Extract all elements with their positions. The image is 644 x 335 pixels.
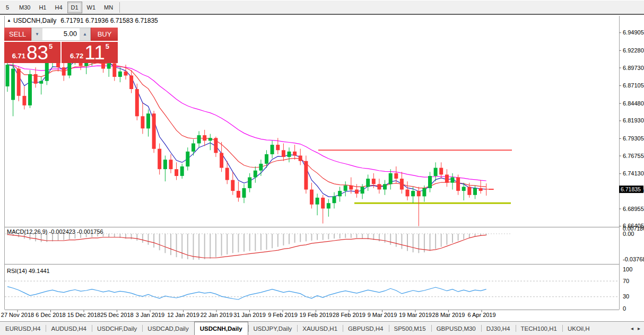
timeframe-button-d1[interactable]: D1 <box>67 2 82 13</box>
macd-panel <box>5 234 512 260</box>
tab-gbpusd-h4[interactable]: GBPUSD,H4 <box>343 322 388 335</box>
sell-price-sup: 5 <box>49 42 53 50</box>
tab-usdjpy-daily[interactable]: USDJPY,Daily <box>248 322 298 335</box>
svg-text:27 Nov 2018: 27 Nov 2018 <box>1 312 34 318</box>
rsi-name: RSI(14) <box>7 268 27 274</box>
timeframe-button-h4[interactable]: H4 <box>51 2 66 13</box>
svg-text:6.74130: 6.74130 <box>623 170 644 177</box>
tab-sp500-m15[interactable]: SP500,M15 <box>389 322 431 335</box>
svg-text:12 Jan 2019: 12 Jan 2019 <box>167 312 199 318</box>
svg-text:0: 0 <box>623 305 626 312</box>
tab-gbpusd-m30[interactable]: GBPUSD,M30 <box>431 322 481 335</box>
svg-text:31 Jan 2019: 31 Jan 2019 <box>233 312 266 318</box>
svg-text:28 Mar 2019: 28 Mar 2019 <box>432 312 465 318</box>
svg-text:9 Feb 2019: 9 Feb 2019 <box>268 312 298 318</box>
symbol-tabbar: EURUSD,H4AUDUSD,H4USDCHF,DailyUSDCAD,Dai… <box>0 321 644 335</box>
tabs-scroll-left-icon[interactable]: ◂ <box>629 325 636 331</box>
tab-audusd-h4[interactable]: AUDUSD,H4 <box>46 322 91 335</box>
sell-price-prefix: 6.71 <box>12 52 25 60</box>
tab-dj30-h4[interactable]: DJ30,H4 <box>481 322 516 335</box>
toolbar-separator <box>119 2 120 13</box>
buy-price-big: 11 <box>84 44 105 62</box>
timeframe-button-mn[interactable]: MN <box>100 2 117 13</box>
tab-tech100-h1[interactable]: TECH100,H1 <box>516 322 562 335</box>
svg-text:100: 100 <box>623 266 632 272</box>
svg-text:22 Jan 2019: 22 Jan 2019 <box>201 312 233 318</box>
ma-fast-line <box>7 58 486 197</box>
macd-signal-line <box>7 234 486 258</box>
svg-text:19 Mar 2019: 19 Mar 2019 <box>399 312 432 318</box>
timeframe-toolbar: 5M30H1H4D1W1MN <box>0 0 644 15</box>
tab-xauusd-h1[interactable]: XAUUSD,H1 <box>297 322 343 335</box>
svg-text:28 Feb 2019: 28 Feb 2019 <box>333 312 365 318</box>
indicator-axes: 0.0071860.00-0.03768810070300 <box>623 225 644 312</box>
tab-ukoil-h[interactable]: UKOil,H <box>562 322 590 335</box>
svg-text:70: 70 <box>623 278 629 284</box>
svg-text:6.84480: 6.84480 <box>623 100 644 107</box>
rsi-indicator-label: RSI(14) 49.1441 <box>7 268 50 274</box>
trading-terminal: 5M30H1H4D1W1MN 6.949056.922806.897306.87… <box>0 0 644 335</box>
tab-eurusd-h4[interactable]: EURUSD,H4 <box>0 322 46 335</box>
svg-text:6 Apr 2019: 6 Apr 2019 <box>467 312 495 318</box>
svg-text:0.00: 0.00 <box>623 231 634 237</box>
tab-usdcnh-daily[interactable]: USDCNH,Daily <box>194 322 248 335</box>
ma-slow-line <box>7 65 486 181</box>
volume-decrease-button[interactable]: ▼ <box>32 28 42 40</box>
svg-text:6.89730: 6.89730 <box>623 65 644 71</box>
chart-symbol-label: USDCNH,Daily <box>13 17 56 24</box>
buy-price-box[interactable]: 6.72 11 5 <box>61 42 118 63</box>
buy-button[interactable]: BUY <box>91 28 118 41</box>
horizontal-level-lines[interactable] <box>318 150 512 203</box>
price-axis: 6.949056.922806.897306.871056.844806.819… <box>619 29 644 229</box>
svg-text:6.79305: 6.79305 <box>623 135 644 142</box>
timeframe-button-m30[interactable]: M30 <box>15 2 34 13</box>
svg-text:3 Jan 2019: 3 Jan 2019 <box>136 312 164 318</box>
svg-text:6.68955: 6.68955 <box>623 206 644 212</box>
chart-window: 6.949056.922806.897306.871056.844806.819… <box>0 15 644 321</box>
svg-text:6.92280: 6.92280 <box>623 47 644 54</box>
volume-input[interactable]: 5.00 <box>42 28 80 40</box>
macd-values: -0.002423 -0.001756 <box>49 228 103 235</box>
tab-usdcad-daily[interactable]: USDCAD,Daily <box>142 322 194 335</box>
buy-price-prefix: 6.72 <box>70 52 83 60</box>
chart-ohlc-values: 6.71791 6.71936 6.71583 6.71835 <box>60 17 158 24</box>
rsi-panel <box>5 281 619 299</box>
rsi-line <box>7 287 486 299</box>
svg-text:6.76755: 6.76755 <box>623 153 644 159</box>
svg-text:6.94905: 6.94905 <box>623 29 644 36</box>
tabs-scroll-right-icon[interactable]: ▸ <box>636 325 642 331</box>
svg-text:9 Mar 2019: 9 Mar 2019 <box>368 312 397 318</box>
svg-text:6.71835: 6.71835 <box>621 186 641 192</box>
chart-header: ▲USDCNH,Daily6.71791 6.71936 6.71583 6.7… <box>7 17 158 24</box>
one-click-trading-panel: SELL ▼ 5.00 ▲ BUY 6.71 83 5 6.72 11 5 <box>4 28 118 63</box>
macd-name: MACD(12,26,9) <box>7 228 47 235</box>
svg-text:15 Dec 2018: 15 Dec 2018 <box>67 312 100 318</box>
svg-text:6 Dec 2018: 6 Dec 2018 <box>36 312 65 318</box>
timeframe-button-h1[interactable]: H1 <box>35 2 50 13</box>
timeframe-button-5[interactable]: 5 <box>1 2 14 13</box>
svg-text:25 Dec 2018: 25 Dec 2018 <box>100 312 133 318</box>
svg-text:19 Feb 2019: 19 Feb 2019 <box>300 312 333 318</box>
sell-button[interactable]: SELL <box>4 28 31 41</box>
collapse-icon[interactable]: ▲ <box>7 18 11 23</box>
sell-price-box[interactable]: 6.71 83 5 <box>4 42 61 63</box>
svg-text:-0.037688: -0.037688 <box>623 256 644 262</box>
svg-text:30: 30 <box>623 293 629 299</box>
timeframe-button-w1[interactable]: W1 <box>83 2 100 13</box>
svg-text:6.81930: 6.81930 <box>623 117 644 124</box>
buy-price-sup: 5 <box>106 42 109 50</box>
ma-mid-line <box>7 63 486 188</box>
moving-average-lines <box>7 58 486 197</box>
volume-stepper: ▼ 5.00 ▲ <box>31 28 91 41</box>
sell-price-big: 83 <box>27 44 48 62</box>
svg-text:6.87105: 6.87105 <box>623 82 644 89</box>
date-axis: 27 Nov 20186 Dec 201815 Dec 201825 Dec 2… <box>1 310 496 318</box>
volume-increase-button[interactable]: ▲ <box>80 28 90 40</box>
rsi-value: 49.1441 <box>29 268 50 274</box>
tab-usdchf-daily[interactable]: USDCHF,Daily <box>92 322 142 335</box>
macd-indicator-label: MACD(12,26,9) -0.002423 -0.001756 <box>7 228 103 235</box>
